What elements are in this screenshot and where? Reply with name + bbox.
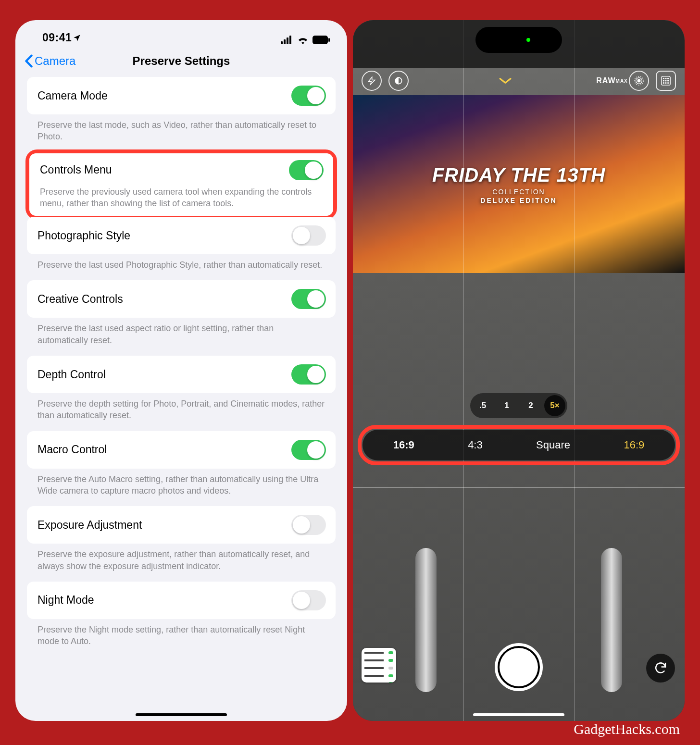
svg-rect-4 bbox=[312, 36, 328, 44]
svg-point-12 bbox=[663, 78, 664, 79]
night-mode-icon bbox=[394, 76, 403, 86]
aspect-current: 16:9 bbox=[386, 436, 422, 454]
chevron-left-icon bbox=[24, 54, 34, 68]
aspect-16-9[interactable]: 16:9 bbox=[616, 436, 652, 454]
setting-title: Photographic Style bbox=[38, 229, 130, 242]
setting-title: Exposure Adjustment bbox=[38, 519, 142, 532]
toggle-macro_control[interactable] bbox=[291, 440, 326, 460]
svg-rect-1 bbox=[284, 39, 286, 44]
setting-row-controls_menu: Controls MenuPreserve the previously use… bbox=[25, 149, 337, 220]
zoom-2[interactable]: 2 bbox=[520, 395, 541, 416]
toggle-camera_mode[interactable] bbox=[291, 86, 326, 106]
svg-marker-6 bbox=[368, 77, 375, 85]
zoom-1[interactable]: 1 bbox=[496, 395, 517, 416]
camera-flip-button[interactable] bbox=[646, 654, 675, 683]
setting-title: Creative Controls bbox=[38, 293, 123, 306]
svg-point-8 bbox=[638, 79, 640, 82]
home-indicator[interactable] bbox=[136, 713, 227, 716]
photographic-styles-button[interactable] bbox=[656, 71, 676, 91]
setting-desc: Preserve the last mode, such as Video, r… bbox=[27, 114, 336, 152]
setting-desc: Preserve the Auto Macro setting, rather … bbox=[27, 469, 336, 507]
camera-top-controls: RAW MAX bbox=[353, 66, 685, 95]
battery-icon bbox=[312, 36, 330, 44]
viewfinder[interactable]: FRIDAY THE 13TH COLLECTION DELUXE EDITIO… bbox=[353, 20, 685, 721]
toggle-depth_control[interactable] bbox=[291, 364, 326, 385]
setting-row-macro_control: Macro Control bbox=[27, 431, 336, 469]
aspect-4-3[interactable]: 4:3 bbox=[460, 436, 490, 454]
toggle-exposure_adjustment[interactable] bbox=[291, 515, 326, 535]
location-icon bbox=[73, 34, 81, 42]
flash-button[interactable] bbox=[362, 71, 382, 91]
grid-overlay bbox=[353, 20, 685, 721]
wifi-icon bbox=[297, 36, 309, 44]
svg-point-15 bbox=[663, 80, 664, 81]
zoom-5×[interactable]: 5× bbox=[544, 395, 565, 416]
setting-row-depth_control: Depth Control bbox=[27, 356, 336, 393]
setting-title: Camera Mode bbox=[38, 89, 108, 102]
setting-desc: Preserve the previously used camera tool… bbox=[40, 180, 324, 210]
setting-title: Night Mode bbox=[38, 594, 94, 607]
setting-row-creative_controls: Creative Controls bbox=[27, 280, 336, 318]
status-time: 09:41 bbox=[42, 31, 72, 44]
setting-row-camera_mode: Camera Mode bbox=[27, 77, 336, 114]
back-button[interactable]: Camera bbox=[24, 54, 75, 68]
toggle-creative_controls[interactable] bbox=[291, 289, 326, 309]
dynamic-island bbox=[475, 27, 562, 53]
setting-title: Macro Control bbox=[38, 443, 107, 456]
aspect-ratio-bar[interactable]: 16:94:3Square16:9 bbox=[362, 430, 675, 460]
flip-icon bbox=[653, 661, 668, 675]
page-title: Preserve Settings bbox=[133, 54, 230, 68]
flash-icon bbox=[367, 75, 376, 86]
setting-desc: Preserve the Night mode setting, rather … bbox=[27, 619, 336, 657]
zoom-.5[interactable]: .5 bbox=[472, 395, 493, 416]
last-photo-thumbnail[interactable] bbox=[362, 648, 396, 683]
svg-point-16 bbox=[665, 80, 666, 81]
aspect-highlight: 16:94:3Square16:9 bbox=[358, 425, 680, 465]
toggle-night_mode[interactable] bbox=[291, 590, 326, 610]
svg-point-19 bbox=[665, 83, 666, 84]
svg-rect-3 bbox=[289, 36, 291, 44]
svg-rect-0 bbox=[281, 41, 283, 44]
svg-point-20 bbox=[668, 83, 669, 84]
toggle-photographic_style[interactable] bbox=[291, 225, 326, 246]
controls-expand-button[interactable] bbox=[495, 71, 515, 91]
svg-point-14 bbox=[668, 78, 669, 79]
night-mode-button[interactable] bbox=[388, 71, 409, 91]
setting-desc: Preserve the last used Photographic Styl… bbox=[27, 254, 336, 280]
svg-point-18 bbox=[663, 83, 664, 84]
zoom-bar[interactable]: .5125× bbox=[470, 393, 567, 418]
svg-rect-5 bbox=[328, 38, 330, 42]
styles-icon bbox=[661, 75, 671, 86]
back-label: Camera bbox=[35, 54, 75, 68]
setting-title: Depth Control bbox=[38, 368, 106, 381]
aspect-square[interactable]: Square bbox=[528, 436, 578, 454]
nav-bar: Camera Preserve Settings bbox=[15, 45, 347, 77]
setting-title: Controls Menu bbox=[40, 163, 112, 176]
cellular-icon bbox=[281, 36, 293, 44]
live-photo-button[interactable] bbox=[629, 71, 649, 91]
settings-screen: 09:41 Camera Preserve Settings Camera Mo… bbox=[15, 20, 347, 721]
setting-desc: Preserve the depth setting for Photo, Po… bbox=[27, 393, 336, 431]
shutter-button[interactable] bbox=[495, 643, 543, 691]
raw-button[interactable]: RAW MAX bbox=[602, 71, 622, 91]
toggle-controls_menu[interactable] bbox=[289, 160, 324, 180]
home-indicator[interactable] bbox=[473, 713, 564, 716]
svg-rect-2 bbox=[287, 37, 288, 44]
setting-desc: Preserve the exposure adjustment, rather… bbox=[27, 544, 336, 582]
svg-point-13 bbox=[665, 78, 666, 79]
setting-row-night_mode: Night Mode bbox=[27, 582, 336, 619]
setting-row-photographic_style: Photographic Style bbox=[27, 217, 336, 254]
watermark: GadgetHacks.com bbox=[574, 721, 680, 737]
setting-desc: Preserve the last used aspect ratio or l… bbox=[27, 318, 336, 356]
status-bar: 09:41 bbox=[15, 20, 347, 45]
live-photo-icon bbox=[634, 75, 644, 86]
camera-screen: FRIDAY THE 13TH COLLECTION DELUXE EDITIO… bbox=[353, 20, 685, 721]
svg-point-17 bbox=[668, 80, 669, 81]
settings-list[interactable]: Camera ModePreserve the last mode, such … bbox=[15, 77, 347, 657]
chevron-down-icon bbox=[499, 77, 512, 85]
setting-row-exposure_adjustment: Exposure Adjustment bbox=[27, 506, 336, 544]
